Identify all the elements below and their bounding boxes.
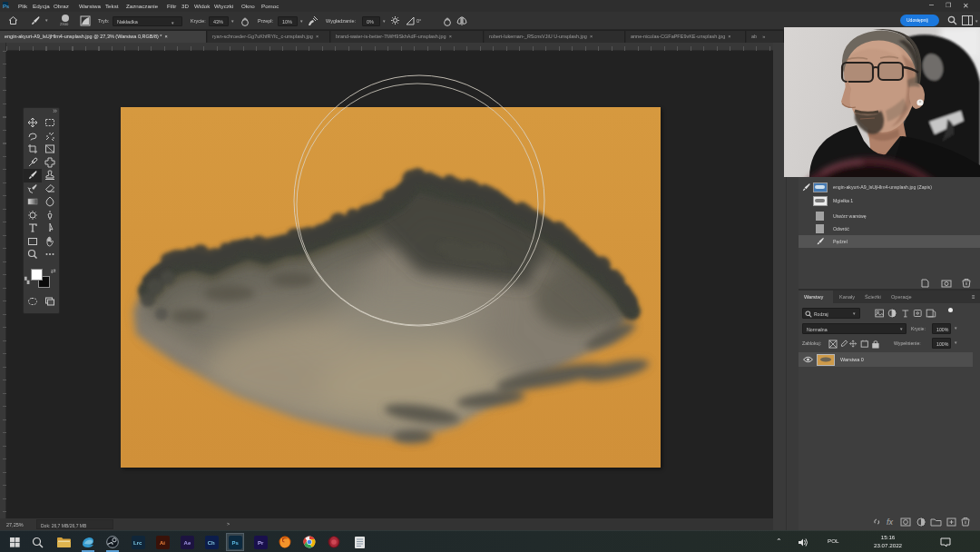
svg-text:fx: fx [887,518,894,527]
